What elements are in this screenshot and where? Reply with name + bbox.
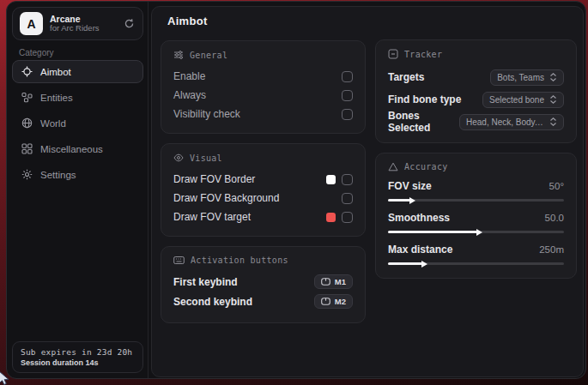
brand-card: A Arcane for Arc Riders xyxy=(12,7,143,40)
eye-icon xyxy=(173,153,184,163)
always-checkbox[interactable] xyxy=(342,90,353,101)
tracker-card: Tracker Targets Bots, Teams Find bone ty… xyxy=(375,39,577,143)
slider-group: Max distance 250m xyxy=(388,242,564,268)
app-subtitle: for Arc Riders xyxy=(50,24,115,33)
tracker-icon xyxy=(388,49,398,59)
sidebar-item-entities[interactable]: Entities xyxy=(12,86,143,109)
slider-fill xyxy=(388,262,423,265)
setting-label: Draw FOV target xyxy=(173,211,251,223)
triangle-icon xyxy=(388,162,398,171)
slider-group: FOV size 50° xyxy=(388,178,564,205)
setting-label: Visibility check xyxy=(173,108,240,120)
setting-row: Visibility check xyxy=(173,105,353,123)
tracker-row: Bones Selected Head, Neck, Body, Fe... xyxy=(388,111,564,133)
sidebar-item-label: Entities xyxy=(40,93,73,103)
setting-row: Enable xyxy=(173,67,353,86)
enable-checkbox[interactable] xyxy=(342,71,353,82)
slider-value: 250m xyxy=(539,244,564,255)
second-keybind-button[interactable]: M2 xyxy=(314,294,353,309)
section-title: Tracker xyxy=(404,50,442,59)
keybind-row: Second keybind M2 xyxy=(173,292,353,311)
brand-text: Arcane for Arc Riders xyxy=(50,14,115,33)
dropdown-value: Selected bone xyxy=(489,95,544,105)
slider-thumb[interactable] xyxy=(409,197,415,204)
tracker-row: Find bone type Selected bone xyxy=(388,88,564,111)
accuracy-card: Accuracy FOV size 50° Smoothness xyxy=(375,153,577,279)
mouse-icon xyxy=(321,298,330,305)
draw-fov-target-checkbox[interactable] xyxy=(342,212,353,223)
sidebar-item-aimbot[interactable]: Aimbot xyxy=(12,60,143,83)
section-title: Accuracy xyxy=(404,162,448,171)
sub-expires-text: Sub expires in 23d 20h xyxy=(21,347,135,357)
sidebar-item-settings[interactable]: Settings xyxy=(12,163,143,186)
tracker-label: Bones Selected xyxy=(388,110,459,134)
refresh-button[interactable] xyxy=(122,17,136,31)
chevron-updown-icon xyxy=(549,73,557,81)
keyboard-icon xyxy=(173,256,185,265)
sidebar-item-label: Settings xyxy=(40,170,76,180)
sidebar-nav: Aimbot Entities World Miscellaneous xyxy=(12,60,143,186)
chevron-updown-icon xyxy=(549,117,557,126)
draw-fov-background-checkbox[interactable] xyxy=(342,193,353,204)
keybind-label: First keybind xyxy=(173,276,238,288)
general-card: General Enable Always Visibility check xyxy=(161,40,366,134)
sidebar: A Arcane for Arc Riders Category Aimbot xyxy=(7,2,149,378)
visibility-check-checkbox[interactable] xyxy=(342,109,353,120)
find-bone-type-dropdown[interactable]: Selected bone xyxy=(482,92,564,108)
setting-label: Enable xyxy=(173,70,205,82)
fov-size-slider[interactable] xyxy=(388,196,564,205)
keybind-value: M1 xyxy=(335,277,346,286)
visual-card: Visual Draw FOV Border Draw FOV Backgrou… xyxy=(161,143,366,237)
draw-fov-border-checkbox[interactable] xyxy=(342,174,353,185)
gear-icon xyxy=(21,169,33,181)
left-column: General Enable Always Visibility check xyxy=(161,40,366,323)
slider-thumb[interactable] xyxy=(421,261,427,268)
category-label: Category xyxy=(19,48,54,57)
sidebar-item-label: Miscellaneous xyxy=(40,144,103,154)
crosshair-icon xyxy=(21,66,33,78)
section-title: Visual xyxy=(190,153,222,163)
section-title: General xyxy=(190,51,227,60)
setting-label: Draw FOV Border xyxy=(173,173,255,185)
session-duration-text: Session duration 14s xyxy=(21,358,135,367)
right-column: Tracker Targets Bots, Teams Find bone ty… xyxy=(375,39,577,279)
targets-dropdown[interactable]: Bots, Teams xyxy=(490,69,564,86)
entities-icon xyxy=(21,92,33,104)
section-title: Activation buttons xyxy=(191,256,288,265)
slider-group: Smoothness 50.0 xyxy=(388,210,564,237)
dropdown-value: Bots, Teams xyxy=(497,73,544,82)
setting-row: Draw FOV target xyxy=(173,208,353,226)
setting-label: Draw FOV Background xyxy=(173,192,279,204)
sidebar-item-label: World xyxy=(40,118,66,129)
page-title: Aimbot xyxy=(167,15,208,27)
color-swatch-red[interactable] xyxy=(326,213,336,222)
slider-label: Max distance xyxy=(388,244,452,256)
setting-row: Draw FOV Border xyxy=(173,170,353,189)
slider-label: Smoothness xyxy=(388,212,450,224)
first-keybind-button[interactable]: M1 xyxy=(314,274,353,289)
keybind-row: First keybind M1 xyxy=(173,272,353,292)
activation-card: Activation buttons First keybind M1 Seco… xyxy=(161,246,366,323)
slider-fill xyxy=(388,231,478,233)
sliders-icon xyxy=(173,50,184,60)
slider-thumb[interactable] xyxy=(476,229,482,236)
color-swatch-white[interactable] xyxy=(326,175,336,184)
slider-value: 50.0 xyxy=(545,213,564,223)
mouse-cursor xyxy=(0,371,13,385)
sidebar-item-world[interactable]: World xyxy=(12,111,143,135)
tracker-label: Targets xyxy=(388,71,424,83)
grid-icon xyxy=(21,143,33,155)
sidebar-item-label: Aimbot xyxy=(40,67,71,77)
smoothness-slider[interactable] xyxy=(388,228,564,237)
slider-fill xyxy=(388,199,411,202)
dropdown-value: Head, Neck, Body, Fe... xyxy=(466,117,544,127)
slider-label: FOV size xyxy=(388,180,432,192)
setting-row: Always xyxy=(173,86,353,105)
sidebar-item-miscellaneous[interactable]: Miscellaneous xyxy=(12,137,143,160)
subscription-card: Sub expires in 23d 20h Session duration … xyxy=(12,341,143,373)
max-distance-slider[interactable] xyxy=(388,260,564,268)
keybind-value: M2 xyxy=(335,297,346,306)
app-window: A Arcane for Arc Riders Category Aimbot xyxy=(6,1,586,379)
app-logo: A xyxy=(20,12,43,35)
bones-selected-dropdown[interactable]: Head, Neck, Body, Fe... xyxy=(459,114,564,130)
